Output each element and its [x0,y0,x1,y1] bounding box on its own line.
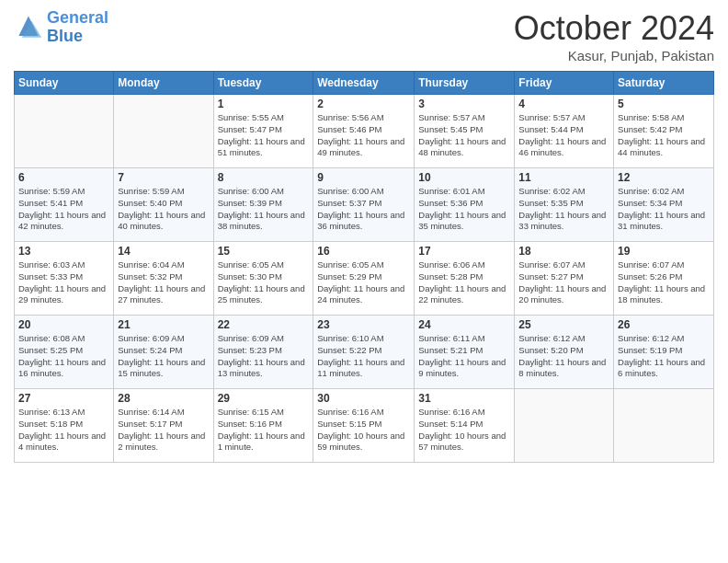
day-info: Sunrise: 6:10 AM Sunset: 5:22 PM Dayligh… [317,333,410,380]
day-info: Sunrise: 6:15 AM Sunset: 5:16 PM Dayligh… [218,407,310,454]
calendar-cell: 14Sunrise: 6:04 AM Sunset: 5:32 PM Dayli… [114,242,213,316]
day-info: Sunrise: 5:56 AM Sunset: 5:46 PM Dayligh… [317,112,410,159]
day-number: 7 [118,171,209,184]
day-of-week-header: Wednesday [313,72,415,95]
calendar-week-row: 27Sunrise: 6:13 AM Sunset: 5:18 PM Dayli… [15,389,714,463]
day-number: 15 [218,245,310,258]
day-info: Sunrise: 6:13 AM Sunset: 5:18 PM Dayligh… [18,407,109,454]
day-of-week-header: Tuesday [213,72,313,95]
calendar-cell: 27Sunrise: 6:13 AM Sunset: 5:18 PM Dayli… [15,389,114,463]
calendar-cell: 24Sunrise: 6:11 AM Sunset: 5:21 PM Dayli… [415,316,515,389]
calendar-body: 1Sunrise: 5:55 AM Sunset: 5:47 PM Daylig… [15,95,714,463]
location-subtitle: Kasur, Punjab, Pakistan [514,48,714,63]
calendar-cell: 10Sunrise: 6:01 AM Sunset: 5:36 PM Dayli… [415,168,515,242]
calendar-cell: 30Sunrise: 6:16 AM Sunset: 5:15 PM Dayli… [313,389,415,463]
logo-text: General Blue [47,9,108,46]
day-number: 9 [317,171,410,184]
day-number: 23 [317,318,410,331]
day-number: 10 [418,171,510,184]
calendar-cell: 26Sunrise: 6:12 AM Sunset: 5:19 PM Dayli… [614,316,714,389]
calendar-cell: 21Sunrise: 6:09 AM Sunset: 5:24 PM Dayli… [114,316,213,389]
day-number: 28 [118,392,209,405]
day-number: 29 [218,392,310,405]
day-info: Sunrise: 6:11 AM Sunset: 5:21 PM Dayligh… [418,333,510,380]
calendar-cell [515,389,614,463]
day-number: 25 [518,318,609,331]
day-info: Sunrise: 6:05 AM Sunset: 5:30 PM Dayligh… [218,259,310,306]
day-info: Sunrise: 5:57 AM Sunset: 5:45 PM Dayligh… [418,112,510,159]
day-info: Sunrise: 6:12 AM Sunset: 5:19 PM Dayligh… [618,333,710,380]
day-number: 14 [118,245,209,258]
title-block: October 2024 Kasur, Punjab, Pakistan [514,9,714,63]
logo-icon [14,13,43,42]
calendar-cell: 19Sunrise: 6:07 AM Sunset: 5:26 PM Dayli… [614,242,714,316]
calendar-cell: 16Sunrise: 6:05 AM Sunset: 5:29 PM Dayli… [313,242,415,316]
day-number: 2 [317,98,410,110]
day-info: Sunrise: 5:58 AM Sunset: 5:42 PM Dayligh… [618,112,710,159]
calendar-cell: 23Sunrise: 6:10 AM Sunset: 5:22 PM Dayli… [313,316,415,389]
day-of-week-header: Saturday [614,72,714,95]
day-info: Sunrise: 6:08 AM Sunset: 5:25 PM Dayligh… [18,333,109,380]
day-number: 6 [18,171,109,184]
calendar-cell: 15Sunrise: 6:05 AM Sunset: 5:30 PM Dayli… [213,242,313,316]
calendar-cell: 29Sunrise: 6:15 AM Sunset: 5:16 PM Dayli… [213,389,313,463]
calendar-cell [114,95,213,168]
day-number: 3 [418,98,510,110]
month-year-title: October 2024 [514,9,714,48]
day-info: Sunrise: 6:07 AM Sunset: 5:27 PM Dayligh… [518,259,609,306]
day-number: 21 [118,318,209,331]
day-number: 20 [18,318,109,331]
calendar-cell: 13Sunrise: 6:03 AM Sunset: 5:33 PM Dayli… [15,242,114,316]
day-number: 26 [618,318,710,331]
calendar-cell: 3Sunrise: 5:57 AM Sunset: 5:45 PM Daylig… [415,95,515,168]
day-info: Sunrise: 6:09 AM Sunset: 5:23 PM Dayligh… [218,333,310,380]
calendar-cell: 1Sunrise: 5:55 AM Sunset: 5:47 PM Daylig… [213,95,313,168]
day-number: 16 [317,245,410,258]
calendar-cell: 20Sunrise: 6:08 AM Sunset: 5:25 PM Dayli… [15,316,114,389]
day-number: 8 [218,171,310,184]
day-number: 12 [618,171,710,184]
day-number: 13 [18,245,109,258]
calendar-cell: 8Sunrise: 6:00 AM Sunset: 5:39 PM Daylig… [213,168,313,242]
day-info: Sunrise: 6:02 AM Sunset: 5:34 PM Dayligh… [618,186,710,233]
day-info: Sunrise: 6:14 AM Sunset: 5:17 PM Dayligh… [118,407,209,454]
calendar-cell [614,389,714,463]
day-info: Sunrise: 6:06 AM Sunset: 5:28 PM Dayligh… [418,259,510,306]
calendar-cell: 17Sunrise: 6:06 AM Sunset: 5:28 PM Dayli… [415,242,515,316]
day-info: Sunrise: 6:07 AM Sunset: 5:26 PM Dayligh… [618,259,710,306]
day-number: 22 [218,318,310,331]
day-info: Sunrise: 6:02 AM Sunset: 5:35 PM Dayligh… [518,186,609,233]
day-info: Sunrise: 6:16 AM Sunset: 5:14 PM Dayligh… [418,407,510,454]
day-number: 30 [317,392,410,405]
calendar-cell: 2Sunrise: 5:56 AM Sunset: 5:46 PM Daylig… [313,95,415,168]
day-of-week-header: Sunday [15,72,114,95]
day-of-week-header: Thursday [415,72,515,95]
calendar-cell: 25Sunrise: 6:12 AM Sunset: 5:20 PM Dayli… [515,316,614,389]
calendar-week-row: 20Sunrise: 6:08 AM Sunset: 5:25 PM Dayli… [15,316,714,389]
day-number: 24 [418,318,510,331]
calendar-header: SundayMondayTuesdayWednesdayThursdayFrid… [15,72,714,95]
day-number: 31 [418,392,510,405]
day-number: 17 [418,245,510,258]
page: General Blue October 2024 Kasur, Punjab,… [0,0,728,563]
calendar-cell [15,95,114,168]
calendar-cell: 31Sunrise: 6:16 AM Sunset: 5:14 PM Dayli… [415,389,515,463]
day-info: Sunrise: 6:09 AM Sunset: 5:24 PM Dayligh… [118,333,209,380]
day-info: Sunrise: 6:00 AM Sunset: 5:37 PM Dayligh… [317,186,410,233]
logo: General Blue [14,9,108,46]
calendar-cell: 4Sunrise: 5:57 AM Sunset: 5:44 PM Daylig… [515,95,614,168]
calendar-week-row: 6Sunrise: 5:59 AM Sunset: 5:41 PM Daylig… [15,168,714,242]
day-info: Sunrise: 5:57 AM Sunset: 5:44 PM Dayligh… [518,112,609,159]
day-number: 19 [618,245,710,258]
day-info: Sunrise: 6:04 AM Sunset: 5:32 PM Dayligh… [118,259,209,306]
day-info: Sunrise: 5:59 AM Sunset: 5:40 PM Dayligh… [118,186,209,233]
calendar-cell: 6Sunrise: 5:59 AM Sunset: 5:41 PM Daylig… [15,168,114,242]
day-of-week-header: Monday [114,72,213,95]
day-number: 11 [518,171,609,184]
calendar-cell: 9Sunrise: 6:00 AM Sunset: 5:37 PM Daylig… [313,168,415,242]
calendar-cell: 5Sunrise: 5:58 AM Sunset: 5:42 PM Daylig… [614,95,714,168]
calendar-cell: 28Sunrise: 6:14 AM Sunset: 5:17 PM Dayli… [114,389,213,463]
calendar-table: SundayMondayTuesdayWednesdayThursdayFrid… [14,71,714,463]
day-number: 18 [518,245,609,258]
calendar-cell: 12Sunrise: 6:02 AM Sunset: 5:34 PM Dayli… [614,168,714,242]
